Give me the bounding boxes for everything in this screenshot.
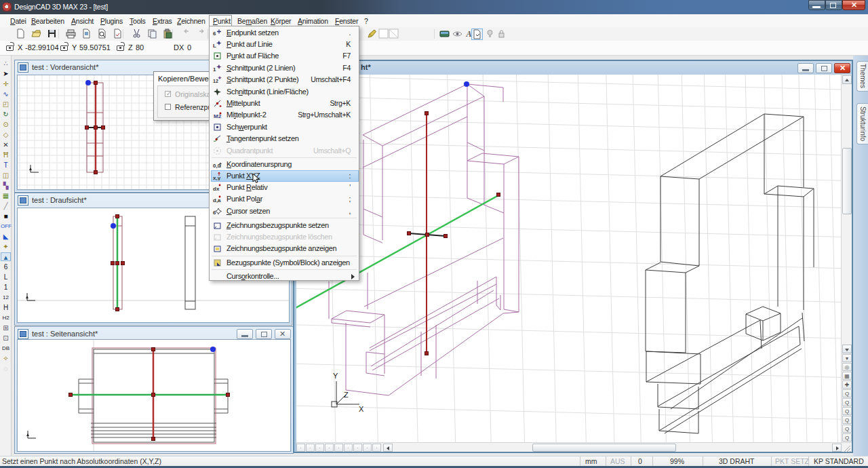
- svg-text:X: X: [359, 405, 364, 413]
- svg-text:Z: Z: [344, 391, 349, 399]
- svg-text:Y: Y: [333, 372, 338, 380]
